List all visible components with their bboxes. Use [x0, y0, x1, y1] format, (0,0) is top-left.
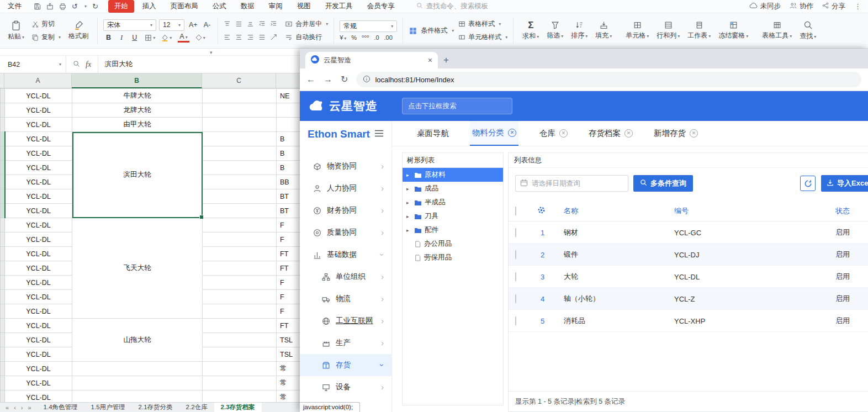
banner-search-dropdown[interactable]: 点击下拉框搜索: [402, 98, 512, 114]
cell[interactable]: YCL-DL: [5, 376, 72, 390]
tab-desktop-nav[interactable]: 桌面导航: [417, 121, 449, 146]
format-painter-button[interactable]: 格式刷: [65, 19, 92, 42]
row-checkbox[interactable]: [515, 294, 516, 303]
tab-material-category[interactable]: 物料分类 ✕: [470, 121, 518, 146]
zoom-search-icon[interactable]: [73, 60, 80, 70]
cell[interactable]: [203, 132, 277, 146]
bold-button[interactable]: B: [104, 34, 113, 41]
cell[interactable]: 由甲大轮: [72, 118, 203, 132]
sidebar-item-production[interactable]: 生产›: [300, 332, 391, 354]
cell[interactable]: YCL-DL: [5, 146, 72, 161]
cell[interactable]: [203, 362, 277, 376]
cell[interactable]: [203, 290, 277, 304]
close-tab-icon[interactable]: ✕: [559, 129, 568, 138]
cell[interactable]: YCL-DL: [5, 89, 72, 103]
ribbon-collapse-icon[interactable]: ▾: [210, 50, 213, 55]
info-icon[interactable]: [363, 75, 371, 84]
import-excel-button[interactable]: 导入Excel: [821, 175, 868, 192]
merged-cell[interactable]: 飞天大轮: [72, 218, 203, 319]
next-sheet-icon[interactable]: ›: [21, 404, 23, 411]
cell[interactable]: [203, 204, 277, 218]
decrease-indent-icon[interactable]: [258, 20, 266, 28]
cell[interactable]: [203, 218, 277, 233]
tree-item-semi-finished[interactable]: ▸ 半成品: [403, 196, 503, 209]
select-all-corner[interactable]: [0, 73, 4, 88]
tree-item-labor-supplies[interactable]: 劳保用品: [403, 251, 503, 265]
tab-page-layout[interactable]: 页面布局: [165, 0, 204, 13]
save-icon[interactable]: [34, 3, 41, 10]
rows-columns-button[interactable]: 行和列▾: [653, 20, 683, 41]
tree-item-raw-materials[interactable]: ▸ 原材料: [403, 168, 503, 182]
selected-merged-cell-b42[interactable]: 滨田大轮: [72, 132, 203, 218]
cell-style-button[interactable]: 单元格样式▾: [458, 32, 507, 43]
align-middle-icon[interactable]: [235, 20, 242, 28]
fx-icon[interactable]: fx: [86, 60, 91, 69]
find-button[interactable]: 查找▾: [796, 19, 819, 42]
caret-icon[interactable]: ▸: [406, 172, 411, 178]
filter-button[interactable]: 筛选▾: [543, 20, 567, 41]
cell[interactable]: YCL-DL: [5, 304, 72, 319]
column-header-code[interactable]: 编号: [674, 206, 689, 216]
cells-button[interactable]: 单元格▾: [622, 20, 652, 41]
cell[interactable]: YCL-DL: [5, 247, 72, 261]
cell[interactable]: [203, 261, 277, 276]
tab-new-inventory[interactable]: 新增存货 ✕: [654, 121, 698, 146]
align-bottom-icon[interactable]: [247, 20, 254, 28]
cell-shading-button[interactable]: ▾: [195, 34, 205, 41]
sheet-tab-active[interactable]: 2.3存货档案: [214, 403, 262, 412]
sum-button[interactable]: Σ 求和▾: [519, 20, 542, 42]
cell[interactable]: YCL-DL: [5, 103, 72, 118]
sidebar-item-quality-collab[interactable]: 质量协同›: [300, 221, 391, 244]
redo-icon[interactable]: ↻: [92, 2, 98, 10]
col-header-a[interactable]: A: [4, 73, 72, 88]
cell[interactable]: [203, 347, 277, 362]
cell[interactable]: [203, 376, 277, 390]
justify-icon[interactable]: [258, 34, 266, 41]
cell[interactable]: 牛牌大轮: [72, 89, 203, 103]
tab-developer[interactable]: 开发工具: [319, 0, 359, 13]
export-icon[interactable]: [46, 3, 54, 10]
sync-status[interactable]: 未同步: [749, 2, 781, 11]
cell[interactable]: [203, 175, 277, 189]
sidebar-item-equipment[interactable]: 设备›: [300, 376, 391, 398]
worksheet-button[interactable]: 工作表▾: [684, 20, 714, 41]
cell[interactable]: [72, 376, 203, 390]
multi-condition-query-button[interactable]: 多条件查询: [633, 175, 693, 192]
file-menu[interactable]: 文件: [0, 2, 27, 11]
tab-view[interactable]: 视图: [291, 0, 317, 13]
align-top-icon[interactable]: [224, 20, 231, 28]
sidebar-item-base-data[interactable]: 基础数据›: [300, 244, 391, 266]
caret-icon[interactable]: ▸: [406, 186, 411, 192]
font-family-select[interactable]: 宋体▾: [103, 19, 156, 31]
refresh-icon[interactable]: ↻: [341, 75, 348, 84]
col-header-c[interactable]: C: [202, 73, 276, 88]
undo-dropdown-icon[interactable]: ▾: [84, 4, 87, 9]
borders-button[interactable]: ▾: [145, 34, 155, 41]
cell[interactable]: [203, 276, 277, 290]
cell[interactable]: YCL-DL: [5, 132, 72, 146]
tab-formulas[interactable]: 公式: [207, 0, 232, 13]
conditional-format-button[interactable]: 条件格式▾: [409, 26, 454, 35]
cell[interactable]: [203, 103, 277, 118]
cell[interactable]: [203, 189, 277, 204]
tab-insert[interactable]: 插入: [136, 0, 162, 13]
wrap-text-button[interactable]: 自动换行: [285, 32, 322, 43]
tab-inventory-archive[interactable]: 存货档案 ✕: [589, 121, 633, 146]
font-size-select[interactable]: 12▾: [159, 19, 184, 31]
sidebar-item-logistics[interactable]: 物流›: [300, 288, 391, 310]
name-box[interactable]: B42▾: [0, 56, 66, 73]
undo-icon[interactable]: ↺: [72, 2, 78, 10]
freeze-panes-button[interactable]: 冻结窗格▾: [715, 20, 751, 41]
tab-review[interactable]: 审阅: [263, 0, 289, 13]
tab-warehouse[interactable]: 仓库 ✕: [539, 121, 568, 146]
thousands-icon[interactable]: ⁰⁰⁰: [362, 34, 369, 41]
cell[interactable]: YCL-DL: [5, 175, 72, 189]
tree-item-finished-goods[interactable]: ▸ 成品: [403, 182, 503, 196]
sheet-tab[interactable]: 2.2仓库: [179, 403, 214, 412]
number-format-select[interactable]: 常规▾: [340, 20, 397, 32]
align-center-icon[interactable]: [235, 34, 242, 41]
cell[interactable]: YCL-DL: [5, 233, 72, 247]
sidebar-item-material-collab[interactable]: 物资协同›: [300, 155, 391, 177]
table-row[interactable]: 1 钢材 YCL-GC 启用: [509, 221, 868, 244]
align-right-icon[interactable]: [247, 34, 254, 41]
